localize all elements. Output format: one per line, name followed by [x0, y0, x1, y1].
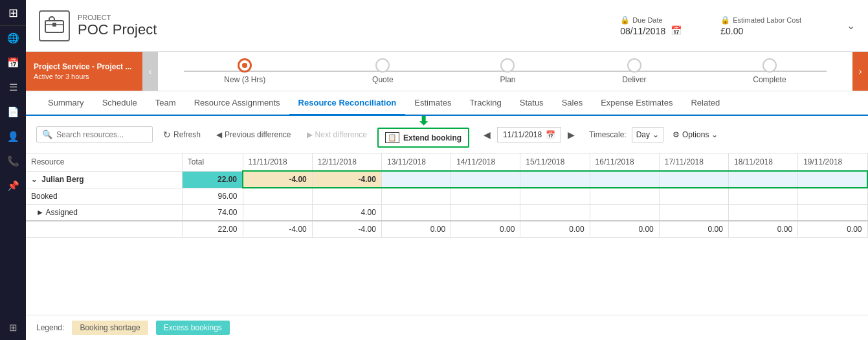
- rec-toolbar: 🔍 ↻ Refresh ◀ Previous difference ▶ Next…: [26, 116, 868, 153]
- stage-deliver[interactable]: Deliver: [622, 58, 646, 84]
- cell-booked-date7: [659, 188, 728, 204]
- cell-total-date4: 0.00: [451, 221, 520, 238]
- extend-booking-wrapper: ⬇ 📋 Extend booking: [377, 128, 469, 148]
- cell-assigned-date4: [451, 204, 520, 221]
- stage-active-label: Project Service - Project ... Active for…: [26, 52, 142, 91]
- calendar-icon[interactable]: 📅: [671, 25, 682, 36]
- tab-resource-assignments[interactable]: Resource Assignments: [185, 91, 289, 115]
- nav-top-icon: ⊞: [0, 0, 26, 26]
- tab-schedule[interactable]: Schedule: [93, 91, 146, 115]
- cell-booked-date2: [312, 188, 381, 204]
- nav-icon-globe[interactable]: 🌐: [0, 26, 26, 51]
- cell-assigned-date7: [659, 204, 728, 221]
- options-gear-icon: ⚙: [673, 130, 680, 139]
- search-input[interactable]: [56, 130, 147, 139]
- tab-team[interactable]: Team: [146, 91, 185, 115]
- left-nav: ⊞ 🌐 📅 ☰ 📄 👤 📞 📌 ⊞: [0, 0, 26, 340]
- date-nav-right[interactable]: ▶: [564, 128, 579, 141]
- tab-tracking[interactable]: Tracking: [460, 91, 510, 115]
- stage-complete[interactable]: Complete: [753, 58, 786, 84]
- timescale-day-select[interactable]: Day ⌄: [632, 127, 663, 142]
- cell-booked-date4: [451, 188, 520, 204]
- prev-diff-icon: ◀: [216, 130, 222, 139]
- cell-julian-date6: [590, 171, 659, 188]
- header: PROJECT POC Project 🔒 Due Date 08/11/201…: [26, 0, 868, 52]
- tab-sales[interactable]: Sales: [553, 91, 592, 115]
- nav-icon-phone[interactable]: 📞: [0, 149, 26, 174]
- lock-icon-2: 🔒: [720, 16, 730, 25]
- search-box[interactable]: 🔍: [36, 126, 153, 142]
- extend-booking-button[interactable]: 📋 Extend booking: [377, 128, 469, 148]
- extend-arrow: ⬇: [417, 115, 429, 128]
- stage-circle-deliver: [627, 58, 641, 73]
- cell-assigned-name: ► Assigned: [26, 204, 182, 221]
- lock-icon: 🔒: [620, 16, 630, 25]
- tab-expense-estimates[interactable]: Expense Estimates: [592, 91, 682, 115]
- svg-rect-2: [52, 23, 56, 27]
- date-input[interactable]: 11/11/2018 📅: [497, 127, 561, 142]
- stage-label-new: New (3 Hrs): [224, 75, 265, 84]
- cell-julian-date3: [381, 171, 451, 188]
- cell-booked-date5: [520, 188, 590, 204]
- row-booked: Booked 96.00: [26, 188, 867, 204]
- cell-assigned-date1: [243, 204, 312, 221]
- nav-icon-pin[interactable]: 📌: [0, 174, 26, 198]
- table-header-row: Resource Total 11/11/2018 12/11/2018 13/…: [26, 153, 867, 171]
- expand-icon-assigned[interactable]: ►: [36, 208, 44, 217]
- stage-label-complete: Complete: [753, 75, 786, 84]
- date-calendar-icon[interactable]: 📅: [546, 130, 555, 139]
- col-header-date-8: 18/11/2018: [728, 153, 797, 171]
- refresh-button[interactable]: ↻ Refresh: [158, 127, 206, 142]
- cell-booked-date9: [798, 188, 867, 204]
- nav-icon-doc[interactable]: 📄: [0, 100, 26, 124]
- cell-assigned-date2: 4.00: [312, 204, 381, 221]
- options-button[interactable]: ⚙ Options ⌄: [669, 128, 722, 142]
- tabs: Summary Schedule Team Resource Assignmen…: [26, 91, 868, 115]
- cell-julian-date8: [728, 171, 797, 188]
- cell-total-date8: 0.00: [728, 221, 797, 238]
- legend-shortage: Booking shortage: [72, 321, 148, 335]
- nav-icon-user[interactable]: 👤: [0, 124, 26, 149]
- timescale-chevron: ⌄: [652, 130, 659, 139]
- project-logo: [39, 10, 70, 41]
- due-date-field: 🔒 Due Date 08/11/2018 📅: [620, 16, 682, 36]
- date-nav: ◀ 11/11/2018 📅 ▶: [480, 127, 579, 142]
- tab-resource-reconciliation[interactable]: Resource Reconciliation: [289, 91, 406, 115]
- nav-icon-board[interactable]: ⊞: [0, 315, 26, 340]
- stage-nav-right[interactable]: ›: [852, 52, 868, 91]
- expand-icon[interactable]: ⌄: [31, 176, 37, 183]
- due-date-label: 🔒 Due Date: [620, 16, 682, 25]
- header-title-block: PROJECT POC Project: [78, 14, 157, 38]
- stage-bar: Project Service - Project ... Active for…: [26, 52, 868, 91]
- stage-new[interactable]: New (3 Hrs): [224, 58, 265, 84]
- nav-icon-list[interactable]: ☰: [0, 75, 26, 100]
- col-header-date-1: 11/11/2018: [243, 153, 312, 171]
- cell-assigned-date5: [520, 204, 590, 221]
- cell-julian-date1: -4.00: [243, 171, 312, 188]
- stage-label-plan: Plan: [500, 75, 515, 84]
- cell-booked-date3: [381, 188, 451, 204]
- nav-icon-calendar[interactable]: 📅: [0, 51, 26, 75]
- next-diff-icon: ▶: [307, 130, 313, 139]
- col-header-date-4: 14/11/2018: [451, 153, 520, 171]
- stage-nav-left[interactable]: ‹: [142, 52, 158, 91]
- date-value: 11/11/2018: [503, 130, 542, 139]
- next-diff-button[interactable]: ▶ Next difference: [302, 128, 373, 142]
- tab-estimates[interactable]: Estimates: [405, 91, 460, 115]
- cell-assigned-date9: [798, 204, 867, 221]
- header-expand-icon[interactable]: ⌄: [847, 19, 855, 32]
- main-content: PROJECT POC Project 🔒 Due Date 08/11/201…: [26, 0, 868, 340]
- tab-related[interactable]: Related: [682, 91, 729, 115]
- tab-status[interactable]: Status: [511, 91, 553, 115]
- cell-julian-date5: [520, 171, 590, 188]
- stage-quote[interactable]: Quote: [372, 58, 394, 84]
- tab-summary[interactable]: Summary: [39, 91, 93, 115]
- estimated-labor-field: 🔒 Estimated Labor Cost £0.00: [720, 16, 801, 36]
- cell-total-date3: 0.00: [381, 221, 451, 238]
- prev-diff-button[interactable]: ◀ Previous difference: [211, 128, 296, 142]
- cell-julian-date4: [451, 171, 520, 188]
- stage-plan[interactable]: Plan: [500, 58, 515, 84]
- cell-julian-date7: [659, 171, 728, 188]
- col-header-date-7: 17/11/2018: [659, 153, 728, 171]
- date-nav-left[interactable]: ◀: [480, 128, 495, 141]
